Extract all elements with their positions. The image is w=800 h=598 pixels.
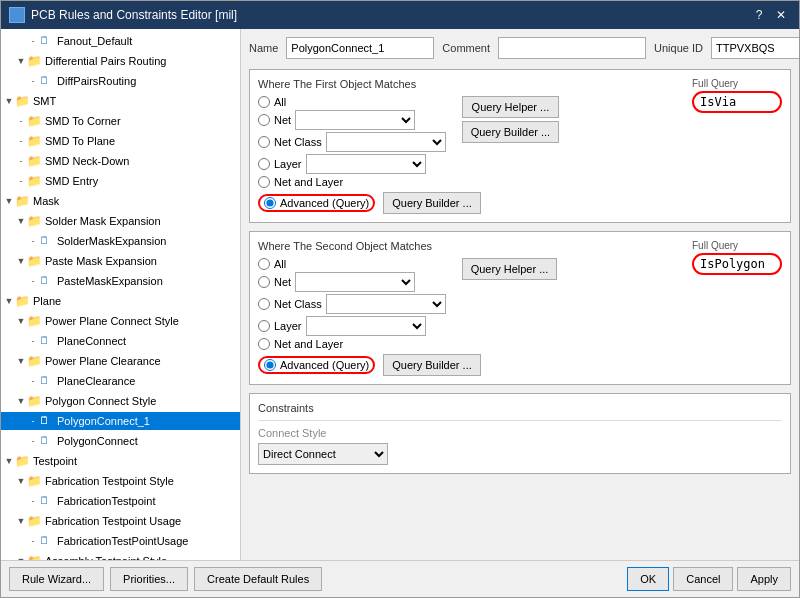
file-icon: 🗒	[39, 34, 55, 48]
second-query-helper-btn[interactable]: Query Helper ...	[462, 258, 558, 280]
radio-layer-second[interactable]	[258, 320, 270, 332]
list-item: - 🗒 SolderMaskExpansion	[1, 231, 240, 251]
close-button[interactable]: ✕	[771, 6, 791, 24]
tree-row-solder-mask[interactable]: ▼ 📁 Solder Mask Expansion	[1, 212, 240, 230]
netclass-dropdown-first[interactable]	[326, 132, 446, 152]
tree-row-polygon-connect[interactable]: ▼ 📁 Polygon Connect Style	[1, 392, 240, 410]
connect-style-label: Connect Style	[258, 427, 326, 439]
list-item: ▼ 📁 Mask	[1, 191, 240, 211]
tree-row-smd-entry[interactable]: - 📁 SMD Entry	[1, 172, 240, 190]
tree-row-fab-usage[interactable]: ▼ 📁 Fabrication Testpoint Usage	[1, 512, 240, 530]
radio-netandlayer-first[interactable]	[258, 176, 270, 188]
cancel-button[interactable]: Cancel	[673, 567, 733, 591]
list-item: - 🗒 PlaneClearance	[1, 371, 240, 391]
tree-container[interactable]: - 🗒 Fanout_Default ▼ 📁 Differential Pair…	[1, 29, 240, 560]
tree-row-diff-pairs[interactable]: ▼ 📁 Differential Pairs Routing	[1, 52, 240, 70]
layer-dropdown-second[interactable]	[306, 316, 426, 336]
tree-row-soldermask[interactable]: - 🗒 SolderMaskExpansion	[1, 232, 240, 250]
create-rules-button[interactable]: Create Default Rules	[194, 567, 322, 591]
list-item: ▼ 📁 Solder Mask Expansion	[1, 211, 240, 231]
radio-netandlayer-second[interactable]	[258, 338, 270, 350]
title-bar-buttons: ? ✕	[749, 6, 791, 24]
radio-netclass-first[interactable]	[258, 136, 270, 148]
radio-net-second[interactable]	[258, 276, 270, 288]
tree-row-fab-tp-usage[interactable]: - 🗒 FabricationTestPointUsage	[1, 532, 240, 550]
tree-row-smd-corner[interactable]: - 📁 SMD To Corner	[1, 112, 240, 130]
comment-input[interactable]	[498, 37, 646, 59]
folder-icon: 📁	[27, 114, 43, 128]
tree-row-smt[interactable]: ▼ 📁 SMT	[1, 92, 240, 110]
folder-icon: 📁	[27, 174, 43, 188]
file-icon: 🗒	[39, 374, 55, 388]
list-item: ▼ 📁 Plane	[1, 291, 240, 311]
name-row: Name Comment Unique ID	[249, 37, 791, 59]
tree-row-planeclearance[interactable]: - 🗒 PlaneClearance	[1, 372, 240, 390]
tree-row-fab-style[interactable]: ▼ 📁 Fabrication Testpoint Style	[1, 472, 240, 490]
tree-row-power-clearance[interactable]: ▼ 📁 Power Plane Clearance	[1, 352, 240, 370]
apply-button[interactable]: Apply	[737, 567, 791, 591]
radio-advanced-second[interactable]	[264, 359, 276, 371]
title-bar-left: PCB Rules and Constraints Editor [mil]	[9, 7, 237, 23]
tree-row-smd-plane[interactable]: - 📁 SMD To Plane	[1, 132, 240, 150]
first-radio-all: All	[258, 96, 446, 108]
radio-all-second[interactable]	[258, 258, 270, 270]
folder-icon: 📁	[27, 314, 43, 328]
help-button[interactable]: ?	[749, 6, 769, 24]
tree-row-testpoint[interactable]: ▼ 📁 Testpoint	[1, 452, 240, 470]
list-item: - 🗒 FabricationTestPointUsage	[1, 531, 240, 551]
first-query-helper-btn[interactable]: Query Helper ...	[462, 96, 559, 118]
net-dropdown-second[interactable]	[295, 272, 415, 292]
tree-row-mask[interactable]: ▼ 📁 Mask	[1, 192, 240, 210]
first-radio-net: Net	[258, 110, 446, 130]
second-full-query-label: Full Query	[692, 240, 738, 251]
uniqueid-label: Unique ID	[654, 42, 703, 54]
tree-row-pastemask[interactable]: - 🗒 PasteMaskExpansion	[1, 272, 240, 290]
second-radio-all: All	[258, 258, 446, 270]
first-full-query-label: Full Query	[692, 78, 738, 89]
priorities-button[interactable]: Priorities...	[110, 567, 188, 591]
tree-row-paste-mask[interactable]: ▼ 📁 Paste Mask Expansion	[1, 252, 240, 270]
ok-button[interactable]: OK	[627, 567, 669, 591]
folder-icon: 📁	[15, 294, 31, 308]
list-item: ▼ 📁 Power Plane Clearance	[1, 351, 240, 371]
second-advanced-query-builder-btn[interactable]: Query Builder ...	[383, 354, 480, 376]
main-window: PCB Rules and Constraints Editor [mil] ?…	[0, 0, 800, 598]
radio-net-first[interactable]	[258, 114, 270, 126]
radio-all-first[interactable]	[258, 96, 270, 108]
tree-row-polygonconnect-1[interactable]: - 🗒 PolygonConnect_1	[1, 412, 240, 430]
radio-advanced-first[interactable]	[264, 197, 276, 209]
second-radio-net: Net	[258, 272, 446, 292]
layer-dropdown-first[interactable]	[306, 154, 426, 174]
connect-style-select[interactable]: Direct Connect Relief Connect No Connect	[258, 443, 388, 465]
netclass-dropdown-second[interactable]	[326, 294, 446, 314]
rule-wizard-button[interactable]: Rule Wizard...	[9, 567, 104, 591]
folder-icon: 📁	[15, 194, 31, 208]
tree-row-diffpairs[interactable]: - 🗒 DiffPairsRouting	[1, 72, 240, 90]
tree-row-power-connect[interactable]: ▼ 📁 Power Plane Connect Style	[1, 312, 240, 330]
first-advanced-query-builder-btn[interactable]: Query Builder ...	[383, 192, 480, 214]
tree-row-fanout[interactable]: - 🗒 Fanout_Default	[1, 32, 240, 50]
tree-row-polygonconnect[interactable]: - 🗒 PolygonConnect	[1, 432, 240, 450]
list-item: - 🗒 FabricationTestpoint	[1, 491, 240, 511]
name-input[interactable]	[286, 37, 434, 59]
first-radio-netclass: Net Class	[258, 132, 446, 152]
radio-layer-first[interactable]	[258, 158, 270, 170]
list-item: ▼ 📁 Assembly Testpoint Style	[1, 551, 240, 560]
net-dropdown-first[interactable]	[295, 110, 415, 130]
tree-row-fabrication-tp[interactable]: - 🗒 FabricationTestpoint	[1, 492, 240, 510]
bottom-right-buttons: OK Cancel Apply	[627, 567, 791, 591]
tree-row-smd-neck[interactable]: - 📁 SMD Neck-Down	[1, 152, 240, 170]
uniqueid-input[interactable]	[711, 37, 799, 59]
list-item: - 🗒 PolygonConnect	[1, 431, 240, 451]
first-query-builder-btn[interactable]: Query Builder ...	[462, 121, 559, 143]
tree-row-plane[interactable]: ▼ 📁 Plane	[1, 292, 240, 310]
second-radio-group: All Net Net Class	[258, 258, 446, 350]
tree-row-assembly-style[interactable]: ▼ 📁 Assembly Testpoint Style	[1, 552, 240, 560]
second-advanced-oval: Advanced (Query)	[258, 356, 375, 374]
window-title: PCB Rules and Constraints Editor [mil]	[31, 8, 237, 22]
list-item: - 📁 SMD To Corner	[1, 111, 240, 131]
list-item: - 🗒 PolygonConnect_1	[1, 411, 240, 431]
folder-icon: 📁	[27, 254, 43, 268]
tree-row-planeconnect[interactable]: - 🗒 PlaneConnect	[1, 332, 240, 350]
radio-netclass-second[interactable]	[258, 298, 270, 310]
